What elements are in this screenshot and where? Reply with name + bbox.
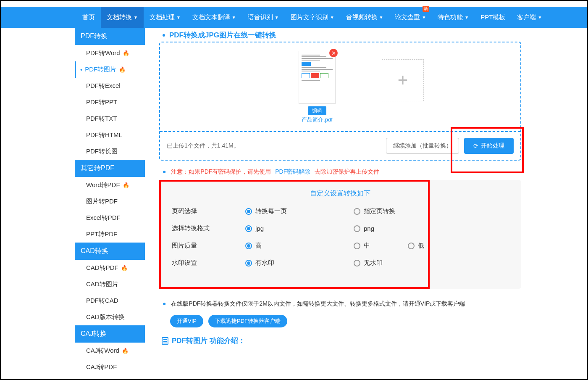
radio-label: jpg <box>255 225 264 232</box>
settings-title: 自定义设置转换如下 <box>172 189 509 198</box>
caret-down-icon: ▼ <box>232 15 236 20</box>
nav-item[interactable]: 音视频转换▼ <box>340 7 389 28</box>
sidebar-item[interactable]: CAJ转PDF <box>75 359 145 375</box>
caret-down-icon: ▼ <box>330 15 334 20</box>
sidebar-item[interactable]: PDF转图片🔥 <box>75 61 145 78</box>
radio-option[interactable]: jpg <box>245 225 316 232</box>
radio-option[interactable]: png <box>354 225 374 232</box>
radio-option[interactable]: 无水印 <box>354 259 383 267</box>
nav-item[interactable]: 文档处理▼ <box>144 7 186 28</box>
fire-icon: 🔥 <box>119 66 126 73</box>
nav-item[interactable]: 首页 <box>76 7 101 28</box>
radio-label: 转换每一页 <box>255 207 287 215</box>
nav-item[interactable]: 文档文本翻译▼ <box>186 7 242 28</box>
caret-down-icon: ▼ <box>422 15 426 20</box>
fire-icon: 🔥 <box>123 50 129 56</box>
nav-item[interactable]: 论文查重▼新 <box>389 7 432 28</box>
add-file-button[interactable]: + <box>382 59 424 101</box>
radio-option[interactable]: 指定页转换 <box>354 207 395 215</box>
radio-option[interactable]: 高 <box>245 242 316 250</box>
nav-item[interactable]: 客户端▼ <box>511 7 548 28</box>
setting-label: 页码选择 <box>172 207 245 215</box>
sidebar-item[interactable]: Word转PDF🔥 <box>75 177 145 193</box>
sidebar-item[interactable]: PDF转长图 <box>75 143 145 160</box>
radio-label: 中 <box>364 242 370 250</box>
nav-item[interactable]: 图片文字识别▼ <box>285 7 340 28</box>
radio-icon <box>245 243 252 249</box>
file-name: 产品简介.pdf <box>299 116 336 124</box>
sidebar-item-label: PDF转Word <box>86 49 120 57</box>
setting-label: 选择转换格式 <box>172 224 245 232</box>
sidebar-item-label: CAD版本转换 <box>86 313 125 321</box>
upload-box: ✕ 编辑 产品简介.pdf + 已上传1个文件，共1.41M。 继续添加（批量转… <box>159 42 521 161</box>
refresh-icon: ⟳ <box>473 142 478 149</box>
edit-button[interactable]: 编辑 <box>308 106 326 115</box>
nav-item[interactable]: 特色功能▼ <box>432 7 475 28</box>
sidebar-item[interactable]: PDF转CAD <box>75 293 145 309</box>
file-thumbnail[interactable]: ✕ <box>299 51 336 104</box>
sidebar-item[interactable]: PDF转HTML <box>75 127 145 143</box>
sidebar-item[interactable]: CAJ转Word🔥 <box>75 343 145 359</box>
sidebar-item[interactable]: Excel转PDF <box>75 210 145 226</box>
sidebar-header: 其它转PDF <box>75 160 145 177</box>
setting-row: 图片质量高中低 <box>172 242 509 250</box>
sidebar-item[interactable]: PPT转PDF <box>75 226 145 243</box>
sidebar-item-label: CAD转图片 <box>86 280 118 288</box>
file-card: ✕ 编辑 产品简介.pdf <box>299 51 336 124</box>
sidebar-item[interactable]: CAD转PDF🔥 <box>75 260 145 276</box>
radio-label: 有水印 <box>255 259 274 267</box>
open-vip-button[interactable]: 开通VIP <box>170 315 203 327</box>
setting-label: 图片质量 <box>172 242 245 250</box>
notice-post: 去除加密保护再上传文件 <box>315 168 379 175</box>
sidebar-item[interactable]: PDF转TXT <box>75 111 145 127</box>
sidebar-item-label: PDF转长图 <box>86 148 118 156</box>
main-content: PDF转换成JPG图片在线一键转换 ✕ 编辑 产品简介.pdf <box>145 28 531 375</box>
caret-down-icon: ▼ <box>176 15 181 20</box>
feature-title-row: PDF转图片 功能介绍： <box>159 332 521 347</box>
radio-icon <box>354 243 360 249</box>
settings-panel: 自定义设置转换如下 页码选择转换每一页指定页转换选择转换格式jpgpng图片质量… <box>159 180 521 289</box>
radio-icon <box>245 260 252 267</box>
download-client-button[interactable]: 下载迅捷PDF转换器客户端 <box>208 315 287 327</box>
sidebar-item-label: CAD转PDF <box>86 264 118 272</box>
setting-row: 页码选择转换每一页指定页转换 <box>172 207 509 215</box>
sidebar-header: CAJ转换 <box>75 325 145 343</box>
radio-label: 无水印 <box>364 259 383 267</box>
nav-item[interactable]: 语音识别▼ <box>242 7 285 28</box>
start-process-button[interactable]: ⟳ 开始处理 <box>464 138 514 154</box>
nav-item[interactable]: PPT模板 <box>475 7 511 28</box>
caret-down-icon: ▼ <box>465 15 469 20</box>
caret-down-icon: ▼ <box>538 15 542 20</box>
info-row: ● 在线版PDF转换器转换文件仅限于2M以内文件，如需转换更大文件、转换更多格式… <box>159 289 521 311</box>
nav-item[interactable]: 文档转换▼ <box>101 7 144 28</box>
radio-label: 低 <box>418 242 424 250</box>
sidebar-header: CAD转换 <box>75 243 145 260</box>
fire-icon: 🔥 <box>123 182 129 188</box>
radio-option[interactable]: 有水印 <box>245 259 316 267</box>
radio-icon <box>354 208 360 215</box>
caret-down-icon: ▼ <box>275 15 279 20</box>
start-label: 开始处理 <box>481 142 504 150</box>
sidebar-item[interactable]: PDF转Word🔥 <box>75 45 145 61</box>
sidebar-item[interactable]: PDF转Excel <box>75 78 145 94</box>
sidebar-item[interactable]: PDF转PPT <box>75 94 145 111</box>
close-icon[interactable]: ✕ <box>329 49 338 57</box>
page-title: PDF转换成JPG图片在线一键转换 <box>169 30 276 40</box>
sidebar-item[interactable]: CAD版本转换 <box>75 309 145 325</box>
continue-add-button[interactable]: 继续添加（批量转换） <box>386 138 459 154</box>
radio-icon <box>245 208 252 215</box>
password-remove-link[interactable]: PDF密码解除 <box>275 168 310 175</box>
sidebar-item-label: CAJ转PDF <box>86 363 117 371</box>
radio-option[interactable]: 转换每一页 <box>245 207 316 215</box>
document-icon <box>162 337 168 345</box>
radio-label: 指定页转换 <box>364 207 395 215</box>
caret-down-icon: ▼ <box>134 15 138 20</box>
new-badge: 新 <box>423 6 429 12</box>
notice: ● 注意：如果PDF有密码保护，请先使用 PDF密码解除 去除加密保护再上传文件 <box>159 161 521 180</box>
sidebar-item[interactable]: CAD转图片 <box>75 276 145 293</box>
sidebar-item-label: PDF转PPT <box>86 98 117 106</box>
radio-option[interactable]: 低 <box>408 242 424 250</box>
sidebar-item-label: 图片转PDF <box>86 198 118 206</box>
radio-option[interactable]: 中 <box>354 242 370 250</box>
sidebar-item[interactable]: 图片转PDF <box>75 193 145 210</box>
